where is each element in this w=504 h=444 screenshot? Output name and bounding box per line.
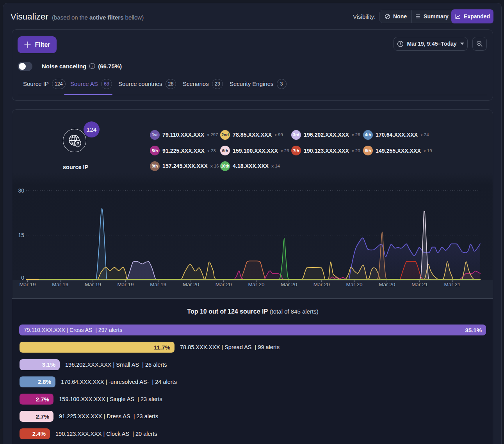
svg-text:i: i: [92, 64, 93, 68]
